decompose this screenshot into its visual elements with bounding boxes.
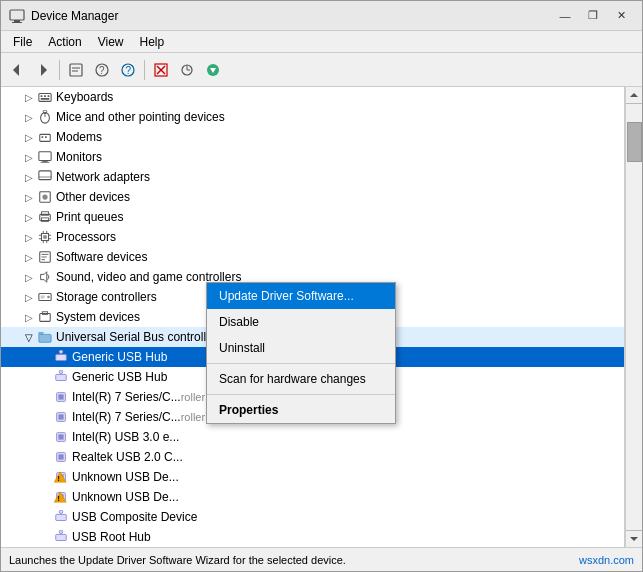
intel-2-label: Intel(R) 7 Series/C... xyxy=(72,410,181,424)
unknown-1-icon: ! xyxy=(53,469,69,485)
tree-item-modems[interactable]: ▷ Modems xyxy=(1,127,624,147)
uninstall-button[interactable] xyxy=(149,58,173,82)
usb-label: Universal Serial Bus controllers xyxy=(56,330,223,344)
expand-spacer: ▷ xyxy=(37,429,53,445)
expand-icon: ▷ xyxy=(21,189,37,205)
expand-icon: ▷ xyxy=(21,169,37,185)
device-tree[interactable]: ▷ Keyboards ▷ Mice and other pointing de… xyxy=(1,87,625,547)
svg-rect-1 xyxy=(14,20,20,22)
properties-button[interactable] xyxy=(64,58,88,82)
intel-3-icon xyxy=(53,429,69,445)
uninstall-label: Uninstall xyxy=(219,341,265,355)
tree-item-composite[interactable]: ▷ USB Composite Device xyxy=(1,507,624,527)
tree-item-network[interactable]: ▷ Network adapters xyxy=(1,167,624,187)
context-menu: Update Driver Software... Disable Uninst… xyxy=(206,282,396,424)
software-label: Software devices xyxy=(56,250,147,264)
update-driver-label: Update Driver Software... xyxy=(219,289,354,303)
intel-2-icon xyxy=(53,409,69,425)
usb-expand-icon[interactable]: ▽ xyxy=(21,329,37,345)
disable-label: Disable xyxy=(219,315,259,329)
tree-item-keyboards[interactable]: ▷ Keyboards xyxy=(1,87,624,107)
vertical-scrollbar[interactable] xyxy=(625,87,642,547)
expand-spacer: ▷ xyxy=(37,409,53,425)
composite-icon xyxy=(53,509,69,525)
svg-rect-31 xyxy=(41,162,50,163)
svg-point-65 xyxy=(59,370,63,374)
menu-file[interactable]: File xyxy=(5,33,40,51)
print-icon xyxy=(37,209,53,225)
svg-rect-19 xyxy=(41,95,43,97)
print-label: Print queues xyxy=(56,210,123,224)
context-menu-sep xyxy=(207,363,395,364)
minimize-button[interactable]: — xyxy=(552,5,578,27)
svg-rect-64 xyxy=(56,374,67,380)
storage-icon xyxy=(37,289,53,305)
scrollbar-thumb[interactable] xyxy=(627,122,642,162)
scroll-down-button[interactable] xyxy=(626,530,642,547)
processors-label: Processors xyxy=(56,230,116,244)
scan-button[interactable] xyxy=(175,58,199,82)
tree-item-software[interactable]: ▷ Software devices xyxy=(1,247,624,267)
svg-rect-30 xyxy=(42,161,47,162)
menu-view[interactable]: View xyxy=(90,33,132,51)
composite-label: USB Composite Device xyxy=(72,510,197,524)
tree-item-processors[interactable]: ▷ Processors xyxy=(1,227,624,247)
expand-spacer: ▷ xyxy=(37,529,53,545)
restore-button[interactable]: ❐ xyxy=(580,5,606,27)
generic-hub-2-label: Generic USB Hub xyxy=(72,370,167,384)
svg-rect-22 xyxy=(41,98,50,100)
svg-marker-53 xyxy=(41,272,47,283)
tree-item-unknown-1[interactable]: ▷ ! Unknown USB De... xyxy=(1,467,624,487)
mice-label: Mice and other pointing devices xyxy=(56,110,225,124)
context-menu-update-driver[interactable]: Update Driver Software... xyxy=(207,283,395,309)
expand-icon: ▷ xyxy=(21,109,37,125)
tree-item-other[interactable]: ▷ Other devices xyxy=(1,187,624,207)
svg-rect-20 xyxy=(44,95,46,97)
help-button[interactable]: ? xyxy=(116,58,140,82)
context-menu-uninstall[interactable]: Uninstall xyxy=(207,335,395,361)
expand-icon: ▷ xyxy=(21,229,37,245)
tree-item-intel-3[interactable]: ▷ Intel(R) USB 3.0 e... xyxy=(1,427,624,447)
context-menu-disable[interactable]: Disable xyxy=(207,309,395,335)
svg-text:!: ! xyxy=(58,475,60,482)
expand-spacer: ▷ xyxy=(37,489,53,505)
scrollbar-track[interactable] xyxy=(626,162,642,530)
scroll-up-button[interactable] xyxy=(626,87,642,104)
menu-action[interactable]: Action xyxy=(40,33,89,51)
monitors-icon xyxy=(37,149,53,165)
expand-icon: ▷ xyxy=(21,149,37,165)
svg-rect-32 xyxy=(39,171,51,180)
expand-icon: ▷ xyxy=(21,209,37,225)
software-icon xyxy=(37,249,53,265)
expand-spacer: ▷ xyxy=(37,469,53,485)
tree-item-print[interactable]: ▷ Print queues xyxy=(1,207,624,227)
expand-icon: ▷ xyxy=(21,89,37,105)
scan-label: Scan for hardware changes xyxy=(219,372,366,386)
svg-rect-28 xyxy=(45,136,47,138)
generic-hub-2-icon xyxy=(53,369,69,385)
expand-icon: ▷ xyxy=(21,249,37,265)
svg-rect-61 xyxy=(56,354,67,360)
svg-rect-40 xyxy=(43,235,47,239)
svg-marker-95 xyxy=(630,93,638,97)
update-driver-button[interactable]: ? xyxy=(90,58,114,82)
menu-help[interactable]: Help xyxy=(132,33,173,51)
tree-item-monitors[interactable]: ▷ Monitors xyxy=(1,147,624,167)
context-menu-scan[interactable]: Scan for hardware changes xyxy=(207,366,395,392)
tree-item-unknown-2[interactable]: ▷ ! Unknown USB De... xyxy=(1,487,624,507)
keyboards-label: Keyboards xyxy=(56,90,113,104)
close-button[interactable]: ✕ xyxy=(608,5,634,27)
tree-item-root-hub-1[interactable]: ▷ USB Root Hub xyxy=(1,527,624,547)
network-label: Network adapters xyxy=(56,170,150,184)
status-text: Launches the Update Driver Software Wiza… xyxy=(9,554,346,566)
forward-button[interactable] xyxy=(31,58,55,82)
down-button[interactable] xyxy=(201,58,225,82)
back-button[interactable] xyxy=(5,58,29,82)
content-area: ▷ Keyboards ▷ Mice and other pointing de… xyxy=(1,87,642,547)
tree-item-mice[interactable]: ▷ Mice and other pointing devices xyxy=(1,107,624,127)
svg-marker-4 xyxy=(41,64,47,76)
svg-marker-3 xyxy=(13,64,19,76)
toolbar-sep-1 xyxy=(59,60,60,80)
context-menu-properties[interactable]: Properties xyxy=(207,397,395,423)
tree-item-realtek[interactable]: ▷ Realtek USB 2.0 C... xyxy=(1,447,624,467)
